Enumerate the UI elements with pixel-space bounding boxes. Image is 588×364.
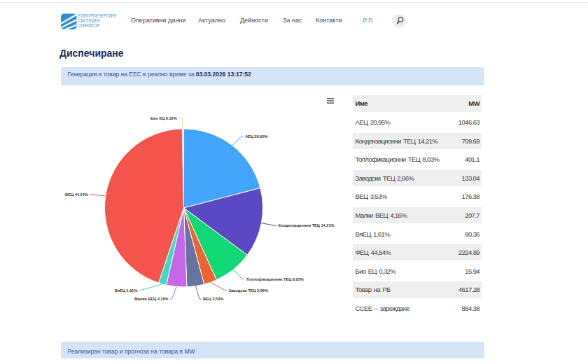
svg-text:Био ЕЦ 0,32%: Био ЕЦ 0,32% [150,116,177,120]
svg-text:ФЕЦ 44,54%: ФЕЦ 44,54% [65,192,88,197]
svg-text:ВЕЦ 3,53%: ВЕЦ 3,53% [203,297,223,301]
svg-text:АЕЦ 20,95%: АЕЦ 20,95% [245,134,267,139]
svg-text:ВяЕЦ 1,61%: ВяЕЦ 1,61% [115,288,138,293]
svg-text:Малки ВЕЦ 4,16%: Малки ВЕЦ 4,16% [134,297,168,301]
svg-text:Топлофикационни ТЕЦ 8,03%: Топлофикационни ТЕЦ 8,03% [246,277,304,281]
svg-text:Заводски ТЕЦ 2,66%: Заводски ТЕЦ 2,66% [229,288,268,293]
svg-text:Кондензационни ТЕЦ 14,21%: Кондензационни ТЕЦ 14,21% [279,223,335,227]
